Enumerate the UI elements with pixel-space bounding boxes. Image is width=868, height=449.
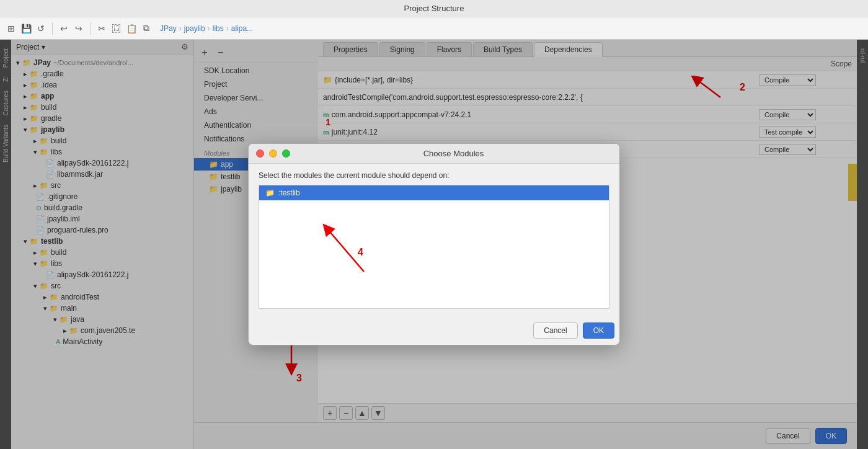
cut-icon[interactable]: ✂	[95, 22, 108, 35]
modal-title: Choose Modules	[295, 149, 612, 158]
copy-icon[interactable]: ⿴	[110, 22, 123, 35]
toolbar: ⊞ 💾 ↺ ↩ ↪ ✂ ⿴ 📋 ⧉ JPay › jpaylib › libs …	[0, 17, 868, 40]
choose-modules-dialog: Choose Modules Select the modules the cu…	[248, 143, 620, 345]
breadcrumb-libs[interactable]: libs	[213, 24, 224, 33]
modal-buttons: Cancel OK	[249, 316, 619, 345]
new-file-icon[interactable]: ⊞	[5, 22, 17, 35]
save-icon[interactable]: 💾	[20, 22, 32, 35]
breadcrumb-alipa[interactable]: alipa...	[231, 24, 253, 33]
traffic-light-red[interactable]	[256, 149, 264, 158]
toolbar-sep-1	[52, 22, 53, 35]
clone-icon[interactable]: ⧉	[140, 22, 153, 35]
paste-icon[interactable]: 📋	[125, 22, 138, 35]
breadcrumb-jpay[interactable]: JPay	[160, 24, 177, 33]
title-bar: Project Structure	[0, 0, 868, 17]
modal-titlebar: Choose Modules	[249, 144, 619, 164]
modal-overlay: Choose Modules Select the modules the cu…	[0, 40, 868, 449]
module-list-label: :testlib	[278, 189, 300, 197]
undo-icon[interactable]: ↩	[58, 22, 70, 35]
redo-icon[interactable]: ↪	[73, 22, 85, 35]
modal-ok-button[interactable]: OK	[583, 322, 614, 339]
modal-content: Select the modules the current module sh…	[249, 164, 619, 316]
toolbar-sep-2	[90, 22, 91, 35]
module-list-item-testlib[interactable]: 📁 :testlib	[259, 185, 609, 200]
sync-icon[interactable]: ↺	[35, 22, 47, 35]
breadcrumb-jpaylib[interactable]: jpaylib	[184, 24, 205, 33]
traffic-light-yellow[interactable]	[269, 149, 277, 158]
traffic-light-green[interactable]	[282, 149, 290, 158]
modules-list[interactable]: 📁 :testlib	[259, 185, 609, 309]
title-bar-title: Project Structure	[404, 4, 464, 13]
module-list-icon: 📁	[265, 189, 275, 197]
modal-cancel-button[interactable]: Cancel	[533, 322, 577, 339]
modal-instruction: Select the modules the current module sh…	[259, 171, 609, 180]
breadcrumb: JPay › jpaylib › libs › alipa...	[160, 24, 253, 33]
